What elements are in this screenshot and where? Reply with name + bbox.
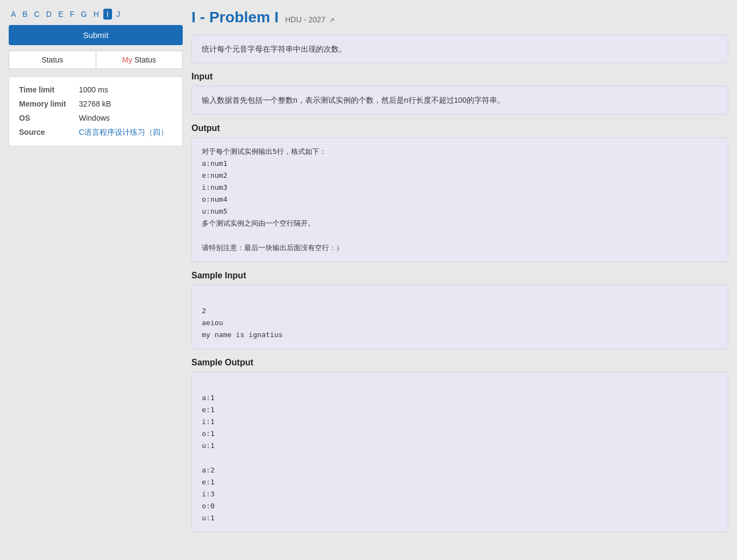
input-label: Input bbox=[191, 72, 728, 82]
memory-limit-value: 32768 kB bbox=[77, 97, 175, 111]
source-link[interactable]: C语言程序设计练习（四） bbox=[79, 128, 168, 136]
problem-id: I - Problem I bbox=[191, 9, 278, 26]
sample-input-box: 2 aeiou my name is ignatius bbox=[191, 285, 728, 349]
source-label: Source bbox=[17, 125, 77, 140]
letter-h[interactable]: H bbox=[91, 9, 101, 20]
status-tab[interactable]: Status bbox=[9, 51, 96, 69]
status-tabs: Status My Status bbox=[9, 51, 183, 69]
sidebar: A B C D E F G H I J Submit Status My Sta… bbox=[9, 9, 183, 551]
letter-g[interactable]: G bbox=[79, 9, 89, 20]
my-status-tab[interactable]: My Status bbox=[96, 51, 183, 69]
main-content: I - Problem I HDU - 2027 ↗ 统计每个元音字母在字符串中… bbox=[191, 9, 728, 551]
problem-title-row: I - Problem I HDU - 2027 ↗ bbox=[191, 9, 728, 26]
os-label: OS bbox=[17, 111, 77, 125]
letter-j[interactable]: J bbox=[114, 9, 122, 20]
letter-i[interactable]: I bbox=[103, 9, 112, 20]
problem-source: HDU - 2027 ↗ bbox=[285, 15, 335, 24]
letter-b[interactable]: B bbox=[20, 9, 29, 20]
problem-info-box: Time limit 1000 ms Memory limit 32768 kB… bbox=[9, 77, 183, 146]
output-label: Output bbox=[191, 123, 728, 133]
input-description: 输入数据首先包括一个整数n，表示测试实例的个数，然后是n行长度不超过100的字符… bbox=[191, 86, 728, 114]
letter-d[interactable]: D bbox=[44, 9, 54, 20]
sample-output-box: a:1 e:1 i:1 o:1 u:1 a:2 e:1 i:3 o:0 u:1 bbox=[191, 372, 728, 532]
letter-navigation: A B C D E F G H I J bbox=[9, 9, 183, 20]
os-value: Windows bbox=[77, 111, 175, 125]
letter-c[interactable]: C bbox=[32, 9, 42, 20]
letter-f[interactable]: F bbox=[67, 9, 77, 20]
sample-input-label: Sample Input bbox=[191, 271, 728, 281]
problem-source-link[interactable]: HDU - 2027 ↗ bbox=[285, 15, 335, 24]
status-suffix: Status bbox=[134, 55, 156, 64]
letter-a[interactable]: A bbox=[9, 9, 18, 20]
sample-output-label: Sample Output bbox=[191, 358, 728, 368]
time-limit-value: 1000 ms bbox=[77, 83, 175, 97]
letter-e[interactable]: E bbox=[56, 9, 65, 20]
problem-description: 统计每个元音字母在字符串中出现的次数。 bbox=[191, 35, 728, 63]
source-link-cell: C语言程序设计练习（四） bbox=[77, 125, 175, 140]
output-description: 对于每个测试实例输出5行，格式如下： a:num1 e:num2 i:num3 … bbox=[191, 138, 728, 262]
memory-limit-label: Memory limit bbox=[17, 97, 77, 111]
submit-button[interactable]: Submit bbox=[9, 25, 183, 45]
time-limit-label: Time limit bbox=[17, 83, 77, 97]
my-prefix: My bbox=[122, 55, 135, 64]
external-link-icon: ↗ bbox=[329, 16, 335, 24]
